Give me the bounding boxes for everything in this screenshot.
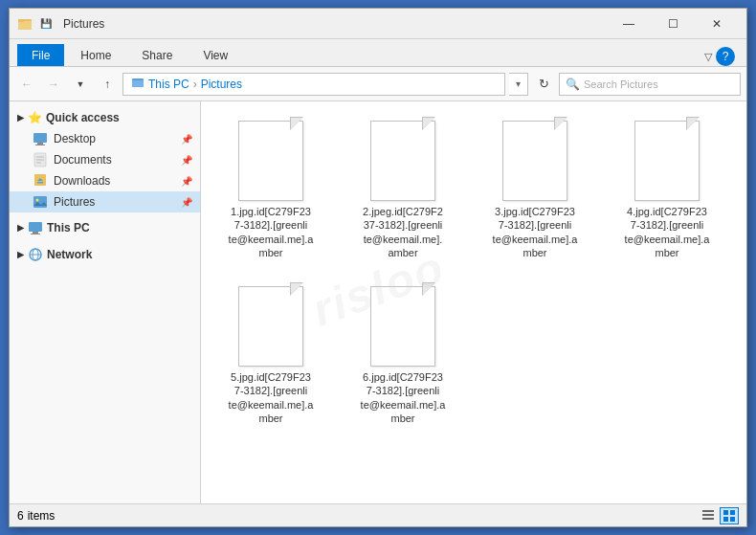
svg-rect-28 xyxy=(730,510,735,515)
sidebar-item-documents[interactable]: Documents 📌 xyxy=(10,149,200,170)
sidebar-section-label: Quick access xyxy=(46,111,120,124)
sidebar-section-this-pc[interactable]: ▶ This PC xyxy=(10,216,200,239)
pictures-icon xyxy=(33,194,48,210)
large-icons-view-button[interactable] xyxy=(720,507,739,524)
help-button[interactable]: ? xyxy=(716,47,735,66)
svg-rect-4 xyxy=(132,80,144,87)
expand-icon: ▶ xyxy=(17,223,24,233)
file-label: 4.jpg.id[C279F237-3182].[greenlite@keema… xyxy=(625,205,710,259)
file-page xyxy=(238,286,303,367)
collapse-icon: ▶ xyxy=(17,113,24,123)
expand-ribbon-icon[interactable]: ▽ xyxy=(704,51,712,63)
sidebar-section-label: Network xyxy=(47,248,92,261)
file-corner-fill xyxy=(291,118,302,129)
file-label: 6.jpg.id[C279F237-3182].[greenlite@keema… xyxy=(361,370,446,425)
search-icon: 🔍 xyxy=(566,78,580,91)
quick-access-icon: ⭐ xyxy=(28,111,42,124)
network-icon xyxy=(28,247,43,262)
window-title: Pictures xyxy=(63,17,607,31)
file-corner-fill xyxy=(423,118,434,129)
file-corner-fill xyxy=(687,118,699,129)
file-icon-graphic xyxy=(236,117,305,201)
file-corner-fill xyxy=(423,283,434,295)
path-icon xyxy=(131,76,145,92)
view-buttons xyxy=(699,507,739,524)
svg-rect-27 xyxy=(723,510,728,515)
file-icon-graphic xyxy=(236,282,305,367)
sidebar-item-desktop[interactable]: Desktop 📌 xyxy=(10,128,200,149)
title-bar: 💾 Pictures — ☐ ✕ xyxy=(10,9,746,39)
svg-rect-20 xyxy=(31,234,40,234)
file-icon-graphic xyxy=(500,117,569,201)
address-path[interactable]: This PC › Pictures xyxy=(122,73,505,96)
file-page xyxy=(502,121,567,201)
save-icon[interactable]: 💾 xyxy=(36,16,56,31)
svg-rect-29 xyxy=(723,517,728,522)
file-icon-graphic xyxy=(633,117,701,201)
pin-icon: 📌 xyxy=(181,197,192,208)
sidebar-section-quick-access[interactable]: ▶ ⭐ Quick access xyxy=(10,107,200,128)
svg-rect-2 xyxy=(18,19,24,22)
file-item[interactable]: 4.jpg.id[C279F237-3182].[greenlite@keema… xyxy=(605,109,729,267)
file-page xyxy=(370,121,435,201)
tab-share[interactable]: Share xyxy=(127,44,187,66)
address-bar: ← → ▼ ↑ This PC › Pictures ▾ ↻ 🔍 Search … xyxy=(10,67,746,101)
file-label: 3.jpg.id[C279F237-3182].[greenlite@keema… xyxy=(493,205,578,259)
sidebar-item-pictures[interactable]: Pictures 📌 xyxy=(10,191,200,212)
pin-icon: 📌 xyxy=(181,134,192,145)
sidebar-item-label: Pictures xyxy=(54,195,95,209)
path-this-pc[interactable]: This PC xyxy=(148,78,189,91)
svg-rect-24 xyxy=(702,510,714,512)
svg-rect-26 xyxy=(702,518,714,520)
file-icon-graphic xyxy=(368,282,437,367)
svg-rect-30 xyxy=(730,517,735,522)
file-item[interactable]: 6.jpg.id[C279F237-3182].[greenlite@keema… xyxy=(341,275,465,433)
file-items-container: 1.jpg.id[C279F237-3182].[greenlite@keema… xyxy=(209,109,739,433)
status-bar: 6 items xyxy=(10,503,746,526)
back-button[interactable]: ← xyxy=(15,73,38,96)
ribbon-tabs: File Home Share View ▽ ? xyxy=(10,39,746,66)
maximize-button[interactable]: ☐ xyxy=(651,9,695,39)
file-item[interactable]: 2.jpeg.id[C279F237-3182].[greenlite@keem… xyxy=(341,109,465,267)
quick-access-toolbar: 💾 xyxy=(36,16,56,31)
desktop-icon xyxy=(33,131,48,146)
up-button[interactable]: ↑ xyxy=(96,73,119,96)
file-page xyxy=(238,121,303,201)
recent-locations-button[interactable]: ▼ xyxy=(69,73,92,96)
refresh-button[interactable]: ↻ xyxy=(532,73,555,96)
search-placeholder: Search Pictures xyxy=(584,78,658,90)
sidebar-item-downloads[interactable]: Downloads 📌 xyxy=(10,170,200,191)
file-icon-graphic xyxy=(368,117,437,201)
file-item[interactable]: 3.jpg.id[C279F237-3182].[greenlite@keema… xyxy=(473,109,597,267)
sidebar-item-label: Desktop xyxy=(54,132,96,145)
svg-point-16 xyxy=(36,199,39,202)
window-icon xyxy=(17,16,33,32)
sidebar-section-network[interactable]: ▶ Network xyxy=(10,243,200,266)
close-button[interactable]: ✕ xyxy=(695,9,739,39)
svg-rect-25 xyxy=(702,514,714,516)
minimize-button[interactable]: — xyxy=(607,9,651,39)
file-item[interactable]: 5.jpg.id[C279F237-3182].[greenlite@keema… xyxy=(209,275,333,433)
ribbon: File Home Share View ▽ ? xyxy=(10,39,746,67)
svg-rect-15 xyxy=(33,196,47,208)
path-dropdown-button[interactable]: ▾ xyxy=(509,73,528,96)
tab-view[interactable]: View xyxy=(189,44,242,66)
file-page xyxy=(634,121,700,201)
path-pictures[interactable]: Pictures xyxy=(201,78,242,91)
file-label: 1.jpg.id[C279F237-3182].[greenlite@keema… xyxy=(229,205,314,259)
pin-icon: 📌 xyxy=(181,176,192,187)
file-area: risloo 1.jpg.id[C279F237-3182].[greenlit… xyxy=(201,101,746,503)
details-view-button[interactable] xyxy=(699,507,718,524)
svg-rect-6 xyxy=(37,143,43,145)
search-box[interactable]: 🔍 Search Pictures xyxy=(559,73,741,96)
breadcrumb-sep-1: › xyxy=(193,78,197,91)
sidebar-section-label: This PC xyxy=(47,221,90,234)
file-item[interactable]: 1.jpg.id[C279F237-3182].[greenlite@keema… xyxy=(209,109,333,267)
downloads-icon xyxy=(33,173,48,189)
tab-file[interactable]: File xyxy=(17,44,64,66)
item-count: 6 xyxy=(17,509,24,523)
tab-home[interactable]: Home xyxy=(66,44,125,66)
sidebar-item-label: Documents xyxy=(54,153,112,167)
forward-button[interactable]: → xyxy=(42,73,65,96)
svg-rect-19 xyxy=(33,232,38,234)
